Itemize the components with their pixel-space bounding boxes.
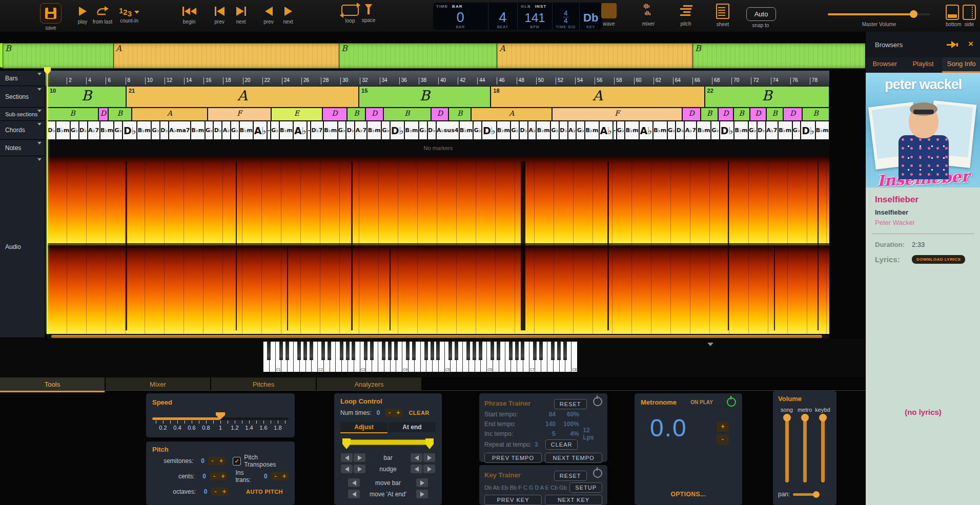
piano-white-key[interactable]: C8	[571, 342, 577, 372]
chevron-down-icon[interactable]	[134, 11, 139, 14]
chord-cell[interactable]: -	[307, 121, 311, 140]
overview-section[interactable]: B	[339, 44, 497, 68]
piano-black-key[interactable]	[285, 342, 289, 360]
piano-black-key[interactable]	[297, 342, 301, 360]
chord-cell[interactable]: B♭m	[625, 121, 639, 140]
chord-cell[interactable]: D♭7	[311, 121, 323, 140]
move-at-end-fwd[interactable]	[416, 490, 428, 498]
chord-cell[interactable]: D♭	[346, 121, 355, 140]
chord-cell[interactable]: B♭m	[815, 121, 829, 140]
piano-black-key[interactable]	[448, 342, 452, 360]
song-artist[interactable]: Peter Wackel	[866, 216, 980, 226]
audio-waveform[interactable]	[47, 156, 829, 334]
subsection-block[interactable]: B	[383, 108, 432, 121]
next-bar-button[interactable]: next	[233, 5, 249, 25]
subsection-block[interactable]: D	[365, 108, 383, 121]
ins-trans-value[interactable]: 0	[260, 473, 271, 480]
chord-cell[interactable]: B♭m	[404, 121, 419, 140]
subsection-block[interactable]: D	[783, 108, 802, 121]
piano-black-key[interactable]	[455, 342, 458, 360]
chord-cell[interactable]: B♭m	[100, 121, 114, 140]
piano-black-key[interactable]	[370, 342, 374, 360]
chord-cell[interactable]: D♭	[122, 121, 137, 140]
piano-black-key[interactable]	[412, 342, 416, 360]
octaves-stepper[interactable]: -+	[211, 488, 229, 496]
piano-black-key[interactable]	[328, 342, 331, 360]
song-overview[interactable]: BABAB	[3, 43, 866, 69]
from-last-button[interactable]: from last	[91, 5, 114, 25]
chord-cell[interactable]: A♭7	[684, 121, 697, 140]
keyboard-collapse-icon[interactable]	[707, 343, 713, 346]
lcd-bar-cell[interactable]: TIMEBAR 0 BAR	[433, 3, 488, 30]
lcd-glb-mode[interactable]: GLB	[521, 4, 531, 9]
chord-cell[interactable]: B♭m	[279, 121, 294, 140]
volume-slider-track[interactable]	[785, 417, 789, 482]
chord-cell[interactable]: G♭	[667, 121, 676, 140]
chord-cell[interactable]: -	[613, 121, 617, 140]
num-times-stepper[interactable]: -+	[385, 409, 402, 417]
chord-cell[interactable]: D♭	[47, 121, 56, 140]
piano-black-key[interactable]	[279, 342, 283, 360]
subsection-block[interactable]: A	[471, 108, 552, 121]
begin-button[interactable]: begin	[178, 5, 200, 25]
loop-bar-left-back[interactable]	[341, 453, 353, 462]
master-volume-knob[interactable]	[910, 10, 917, 18]
overview-section[interactable]: A	[114, 44, 339, 68]
chord-cell[interactable]: D♭	[676, 121, 684, 140]
piano-keyboard[interactable]: C1C2C3C4C5C6C7C8	[263, 342, 577, 372]
chord-cell[interactable]: G♭	[576, 121, 585, 140]
auto-button[interactable]: Auto	[746, 7, 776, 21]
overview-section[interactable]: A	[497, 44, 693, 68]
chord-cell[interactable]: G♭	[231, 121, 239, 140]
num-times-value[interactable]: 0	[377, 409, 380, 416]
subsection-block[interactable]: D	[431, 108, 448, 121]
subsection-block[interactable]: B	[347, 108, 365, 121]
subsection-block[interactable]: D	[682, 108, 701, 121]
subsection-block[interactable]: D	[98, 108, 109, 121]
subsection-block[interactable]: A	[132, 108, 208, 121]
pitch-transposes-checkbox[interactable]: ✓	[233, 457, 241, 466]
prev-tempo-button[interactable]: PREV TEMPO	[484, 453, 542, 463]
space-button[interactable]: space	[360, 4, 377, 23]
loop-tab-adjust[interactable]: Adjust	[340, 422, 387, 432]
chord-cell[interactable]: D♭	[519, 121, 528, 140]
chord-cell[interactable]: G♭	[114, 121, 122, 140]
subsection-block[interactable]: D	[322, 108, 348, 121]
move-bar-back[interactable]	[348, 478, 360, 487]
chord-cell[interactable]: D♭	[482, 121, 496, 140]
piano-black-key[interactable]	[521, 342, 524, 360]
volume-slider-track[interactable]	[803, 417, 807, 482]
piano-black-key[interactable]	[340, 342, 343, 360]
volume-slider-track[interactable]	[821, 417, 825, 482]
view-wave-button[interactable]: wave	[598, 3, 620, 28]
piano-black-key[interactable]	[563, 342, 567, 360]
chord-cell[interactable]: G♭	[205, 121, 214, 140]
move-bar-fwd[interactable]	[416, 478, 428, 487]
key-setup-button[interactable]: SETUP	[569, 482, 602, 493]
chevron-down-icon[interactable]	[37, 88, 42, 91]
pan-knob[interactable]	[813, 491, 820, 498]
loop-bar-right-back[interactable]	[411, 453, 422, 462]
chord-cell[interactable]: B♭m	[497, 121, 511, 140]
chord-cell[interactable]: D♭	[213, 121, 222, 140]
prev-bar-button[interactable]: prev	[211, 5, 228, 25]
track-label-bars[interactable]: Bars	[0, 71, 45, 86]
metronome-on-play[interactable]: ON PLAY	[690, 399, 713, 405]
chord-cell[interactable]: G♭	[550, 121, 559, 140]
chord-cell[interactable]: B♭m	[536, 121, 550, 140]
piano-black-key[interactable]	[479, 342, 482, 360]
subsection-block[interactable]: B	[766, 108, 783, 121]
chord-cell[interactable]: D♭	[427, 121, 436, 140]
chevron-down-icon[interactable]	[37, 123, 42, 125]
phrase-reset-button[interactable]: RESET	[554, 399, 587, 409]
chord-cell[interactable]: B♭m	[367, 121, 381, 140]
chord-cell[interactable]: A♭7	[355, 121, 367, 140]
chord-cell[interactable]: D♭	[559, 121, 568, 140]
track-label-sections[interactable]: Sections	[0, 86, 45, 108]
master-volume-slider[interactable]	[828, 13, 930, 15]
loop-nudge-left-back[interactable]	[341, 465, 353, 473]
overview-section[interactable]: B	[693, 44, 866, 68]
chord-cell[interactable]: G♭	[338, 121, 346, 140]
chord-cell[interactable]: B♭m	[585, 121, 599, 140]
sidebar-tab-playlist[interactable]: Playlist	[904, 57, 943, 73]
